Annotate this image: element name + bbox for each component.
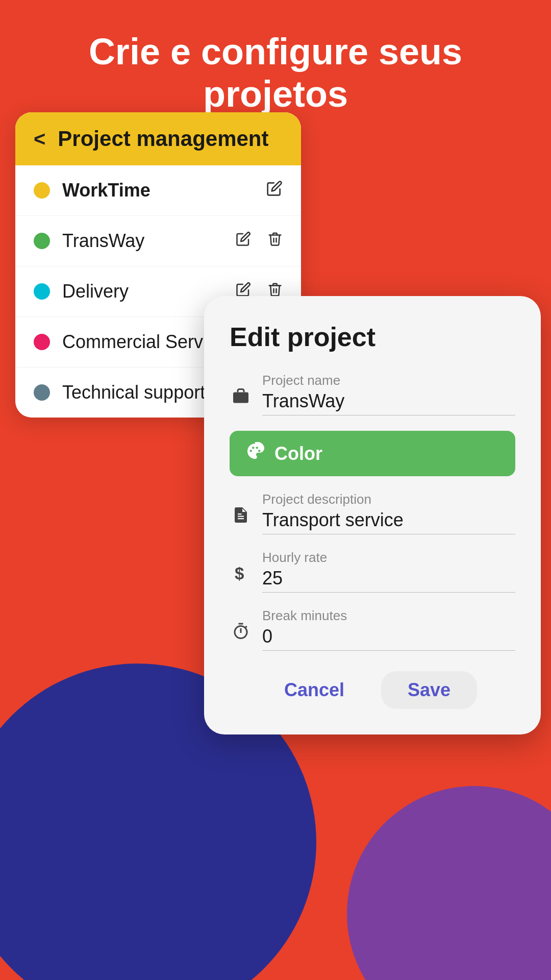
edit-button[interactable] bbox=[266, 180, 283, 201]
project-name-field: Project name bbox=[230, 373, 515, 415]
edit-button[interactable] bbox=[236, 231, 251, 251]
project-color-dot bbox=[34, 334, 50, 350]
edit-dialog: Edit project Project name Color Proj bbox=[204, 296, 541, 734]
break-minutes-label: Break minutes bbox=[262, 608, 515, 624]
project-name: Delivery bbox=[62, 281, 219, 302]
break-minutes-input[interactable] bbox=[262, 626, 515, 651]
project-color-dot bbox=[34, 283, 50, 300]
briefcase-icon bbox=[230, 387, 252, 410]
edit-actions: Cancel Save bbox=[230, 671, 515, 709]
project-name-input[interactable] bbox=[262, 390, 515, 415]
project-color-dot bbox=[34, 233, 50, 249]
hourly-rate-input[interactable] bbox=[262, 568, 515, 593]
hourly-rate-label: Hourly rate bbox=[262, 550, 515, 566]
color-button[interactable]: Color bbox=[230, 431, 515, 476]
save-button[interactable]: Save bbox=[381, 671, 477, 709]
project-name-content: Project name bbox=[262, 373, 515, 415]
edit-dialog-title: Edit project bbox=[230, 322, 515, 352]
project-description-input[interactable] bbox=[262, 509, 515, 534]
page-wrapper: Crie e configure seus projetos < Project… bbox=[0, 0, 551, 980]
delete-button[interactable] bbox=[267, 231, 283, 251]
project-name: WorkTime bbox=[62, 180, 250, 201]
color-button-label: Color bbox=[274, 443, 322, 464]
break-minutes-content: Break minutes bbox=[262, 608, 515, 651]
project-name-label: Project name bbox=[262, 373, 515, 388]
hourly-rate-content: Hourly rate bbox=[262, 550, 515, 593]
project-color-dot bbox=[34, 384, 50, 401]
timer-icon bbox=[230, 622, 252, 645]
project-description-content: Project description bbox=[262, 492, 515, 534]
document-icon bbox=[230, 506, 252, 529]
hourly-rate-field: $ Hourly rate bbox=[230, 550, 515, 593]
project-description-label: Project description bbox=[262, 492, 515, 507]
palette-icon bbox=[246, 442, 264, 465]
hero-title: Crie e configure seus projetos bbox=[82, 31, 469, 115]
project-description-field: Project description bbox=[230, 492, 515, 534]
pm-card-header: < Project management bbox=[15, 112, 301, 165]
pm-card-title: Project management bbox=[58, 127, 268, 151]
back-button[interactable]: < bbox=[34, 128, 45, 151]
cancel-button[interactable]: Cancel bbox=[268, 671, 361, 709]
dollar-icon: $ bbox=[230, 564, 252, 587]
list-item: TransWay bbox=[15, 216, 301, 266]
svg-text:$: $ bbox=[235, 564, 244, 582]
break-minutes-field: Break minutes bbox=[230, 608, 515, 651]
project-color-dot bbox=[34, 182, 50, 199]
list-item: WorkTime bbox=[15, 165, 301, 216]
project-name: TransWay bbox=[62, 230, 219, 252]
